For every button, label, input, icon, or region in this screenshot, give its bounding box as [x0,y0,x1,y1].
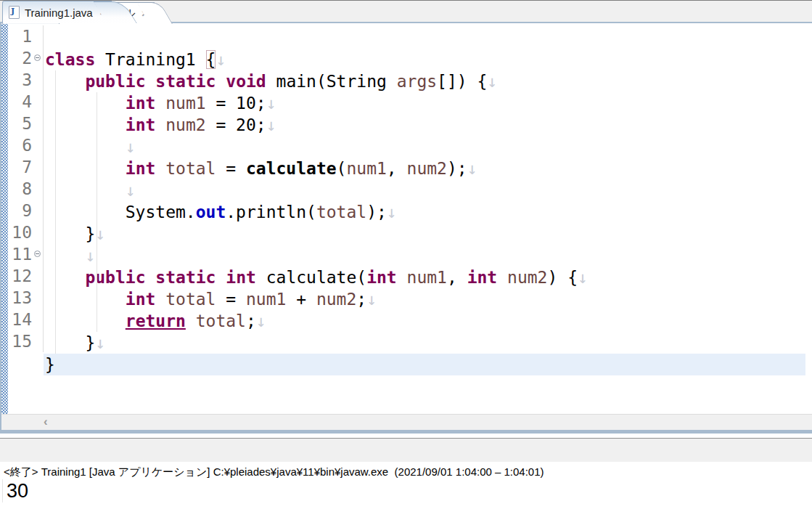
code-token: ) { [547,268,578,287]
line-number[interactable]: 8 [8,178,32,200]
code-line[interactable]: public static int calculate(int num1, in… [44,266,805,288]
console-view[interactable]: <終了> Training1 [Java アプリケーション] C:¥pleiad… [0,462,812,525]
indent-guide [97,92,97,332]
line-number-ruler[interactable]: 123456789101112131415 [8,25,32,352]
line-number[interactable]: 4 [8,91,32,113]
line-number[interactable]: 7 [8,156,32,178]
line-number[interactable]: 5 [8,113,32,134]
code-token [216,268,226,287]
editor-tab-training1-java[interactable]: J Training1.java ✕ [2,1,112,23]
code-token [45,290,126,309]
code-line[interactable]: System.out.println(total);↓ [44,201,805,223]
eol-mark: ↓ [266,94,276,113]
line-number[interactable]: 6 [8,134,32,156]
line-number[interactable]: 14 [8,309,32,330]
code-token: int [126,115,156,134]
code-line[interactable]: int total = num1 + num2;↓ [44,288,805,310]
code-token [45,72,85,91]
code-token: int [126,159,156,178]
code-token: ); [366,203,387,221]
code-token: ( [337,159,347,178]
eol-mark: ↓ [216,50,226,69]
line-number[interactable]: 2 [8,47,32,69]
code-token [155,94,165,113]
code-token: .println( [226,203,316,221]
code-line[interactable]: int total = calculate(num1, num2);↓ [44,158,805,179]
code-token: } [45,224,95,243]
code-token: num1 [246,290,286,309]
console-process-header: <終了> Training1 [Java アプリケーション] C:¥pleiad… [0,462,812,479]
code-line[interactable]: return total;↓ [44,310,805,332]
code-line[interactable]: int num1 = 10;↓ [44,92,805,114]
code-token: num2 [165,115,205,134]
code-token: Training1 [95,50,205,69]
code-line[interactable]: ↓ [44,179,805,201]
code-token: ; [246,312,256,330]
line-number[interactable]: 11 [8,243,32,265]
code-token: int [126,290,156,309]
code-line[interactable]: class Training1 {↓ [44,49,805,70]
code-token: calculate( [256,268,366,287]
code-token [45,268,85,287]
line-number[interactable]: 12 [8,265,32,287]
folding-ruler[interactable] [33,25,44,352]
code-token: int [126,94,156,113]
code-token: args [397,72,437,91]
line-number[interactable]: 1 [8,25,32,47]
code-token: int [366,268,397,287]
eol-mark: ↓ [366,290,377,309]
fold-toggle-icon[interactable] [34,251,41,257]
code-token: main(String [266,72,397,91]
line-number[interactable]: 3 [8,69,32,91]
code-token: num2 [407,159,447,178]
code-token [45,137,126,156]
eol-mark: ↓ [126,137,136,156]
code-token: total [196,312,246,330]
code-line[interactable]: } [44,354,805,375]
code-token: ); [447,159,467,178]
scroll-left-icon[interactable]: ‹ [44,415,48,431]
line-number[interactable]: 13 [8,287,32,309]
eol-mark: ↓ [487,72,497,91]
code-token [216,72,226,91]
code-token: + [286,290,316,309]
code-line[interactable]: }↓ [44,223,805,245]
code-line[interactable]: }↓ [44,332,805,354]
code-line[interactable]: ↓ [44,245,805,266]
annotation-ruler[interactable] [1,23,8,414]
code-text-area[interactable]: class Training1 {↓ public static void ma… [44,49,805,375]
code-token: = [216,159,246,178]
code-token: { [206,50,216,69]
eol-mark: ↓ [266,115,276,134]
code-token: total [316,203,366,221]
code-token: = 10; [206,94,266,113]
eol-mark: ↓ [85,246,95,265]
code-token: num2 [507,268,547,287]
code-token: int [226,268,256,287]
java-file-icon: J [9,6,20,19]
line-number[interactable]: 15 [8,330,32,352]
code-token: static [155,72,216,91]
eol-mark: ↓ [126,181,136,200]
code-token: int [467,268,498,287]
horizontal-scrollbar[interactable]: ‹ [1,414,812,430]
eol-mark: ↓ [95,333,105,352]
fold-toggle-icon[interactable] [34,54,41,61]
console-output: 30 [2,479,812,502]
code-token: } [45,355,55,374]
code-token: class [45,50,95,69]
line-number[interactable]: 10 [8,221,32,243]
code-token [497,268,507,287]
code-line[interactable]: public static void main(String args[]) {… [44,70,805,92]
code-token [145,268,155,287]
code-token: , [447,268,467,287]
code-token: num1 [346,159,386,178]
code-token: []) { [437,72,487,91]
code-token: num1 [165,94,205,113]
code-editor[interactable]: class Training1 {↓ public static void ma… [0,23,812,414]
code-token: num1 [407,268,447,287]
line-number[interactable]: 9 [8,200,32,221]
code-line[interactable]: int num2 = 20;↓ [44,114,805,136]
code-line[interactable]: ↓ [44,136,805,158]
editor-bottom-border [0,430,812,434]
